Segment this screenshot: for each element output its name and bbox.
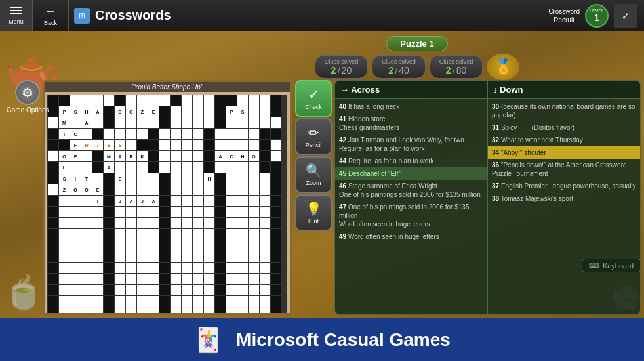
table-row[interactable] — [81, 240, 92, 251]
table-row[interactable] — [171, 196, 181, 206]
table-row[interactable]: E — [70, 151, 81, 161]
table-row[interactable] — [159, 207, 170, 217]
table-row[interactable] — [59, 229, 70, 240]
table-row[interactable] — [159, 162, 170, 173]
table-row[interactable] — [182, 173, 192, 184]
table-row[interactable] — [182, 307, 192, 315]
table-row[interactable] — [70, 196, 81, 206]
table-row[interactable] — [260, 263, 270, 273]
table-row[interactable] — [193, 162, 203, 173]
table-row[interactable] — [137, 95, 148, 106]
table-row[interactable] — [148, 184, 159, 195]
table-row[interactable] — [104, 95, 114, 106]
list-item[interactable]: 47 One of his paintings sold in 2006 for… — [335, 201, 487, 230]
table-row[interactable] — [148, 117, 159, 128]
list-item[interactable]: 36 "Pencils down!" at the American Cross… — [488, 159, 640, 180]
table-row[interactable] — [81, 229, 92, 240]
table-row[interactable] — [204, 229, 214, 240]
table-row[interactable] — [148, 207, 159, 217]
table-row[interactable] — [171, 151, 181, 161]
table-row[interactable]: E — [92, 184, 103, 195]
table-row[interactable] — [104, 129, 114, 139]
table-row[interactable] — [182, 151, 192, 161]
table-row[interactable] — [271, 218, 281, 228]
table-row[interactable] — [215, 196, 226, 206]
table-row[interactable] — [92, 251, 103, 262]
table-row[interactable] — [115, 274, 125, 284]
table-row[interactable] — [148, 162, 159, 173]
table-row[interactable] — [193, 151, 203, 161]
table-row[interactable]: F — [70, 140, 81, 150]
table-row[interactable] — [70, 117, 81, 128]
table-row[interactable] — [226, 240, 237, 251]
table-row[interactable]: S — [237, 106, 248, 117]
table-row[interactable] — [126, 307, 136, 315]
table-row[interactable] — [48, 140, 58, 150]
table-row[interactable] — [204, 162, 214, 173]
table-row[interactable] — [59, 218, 70, 228]
table-row[interactable] — [115, 285, 125, 295]
table-row[interactable] — [48, 106, 58, 117]
table-row[interactable] — [126, 274, 136, 284]
table-row[interactable] — [92, 151, 103, 161]
table-row[interactable] — [182, 162, 192, 173]
table-row[interactable] — [249, 196, 259, 206]
table-row[interactable] — [148, 285, 159, 295]
list-item[interactable]: 44 Require, as for a plan to work — [335, 155, 487, 167]
table-row[interactable] — [226, 274, 237, 284]
table-row[interactable] — [148, 296, 159, 307]
list-item[interactable]: 40 It has a long neck — [335, 100, 487, 113]
table-row[interactable] — [148, 263, 159, 273]
table-row[interactable] — [137, 229, 148, 240]
table-row[interactable]: O — [126, 106, 136, 117]
table-row[interactable] — [271, 184, 281, 195]
table-row[interactable] — [182, 263, 192, 273]
table-row[interactable]: M — [104, 151, 114, 161]
table-row[interactable] — [260, 173, 270, 184]
table-row[interactable] — [48, 173, 58, 184]
table-row[interactable] — [115, 162, 125, 173]
table-row[interactable] — [126, 162, 136, 173]
table-row[interactable]: S — [59, 173, 70, 184]
down-clues-col[interactable]: 30 (because its own national board games… — [488, 99, 640, 314]
table-row[interactable] — [148, 274, 159, 284]
table-row[interactable] — [171, 274, 181, 284]
table-row[interactable] — [260, 95, 270, 106]
table-row[interactable]: R — [81, 140, 92, 150]
table-row[interactable] — [271, 285, 281, 295]
table-row[interactable] — [204, 106, 214, 117]
table-row[interactable] — [271, 296, 281, 307]
table-row[interactable] — [204, 285, 214, 295]
table-row[interactable] — [271, 274, 281, 284]
table-row[interactable] — [215, 274, 226, 284]
expand-button[interactable]: ⤢ — [614, 4, 637, 28]
table-row[interactable] — [59, 251, 70, 262]
table-row[interactable]: L — [59, 162, 70, 173]
table-row[interactable] — [193, 218, 203, 228]
table-row[interactable]: T — [92, 196, 103, 206]
table-row[interactable] — [193, 307, 203, 315]
table-row[interactable] — [237, 296, 248, 307]
table-row[interactable] — [171, 307, 181, 315]
table-row[interactable] — [182, 196, 192, 206]
table-row[interactable] — [137, 240, 148, 251]
table-row[interactable] — [237, 117, 248, 128]
table-row[interactable] — [92, 218, 103, 228]
table-row[interactable] — [171, 117, 181, 128]
table-row[interactable] — [226, 162, 237, 173]
table-row[interactable] — [215, 251, 226, 262]
table-row[interactable] — [159, 240, 170, 251]
table-row[interactable] — [159, 173, 170, 184]
table-row[interactable] — [148, 95, 159, 106]
table-row[interactable] — [104, 263, 114, 273]
table-row[interactable] — [115, 307, 125, 315]
table-row[interactable]: T — [81, 173, 92, 184]
table-row[interactable] — [137, 274, 148, 284]
table-row[interactable] — [193, 207, 203, 217]
table-row[interactable] — [104, 218, 114, 228]
table-row[interactable] — [226, 263, 237, 273]
table-row[interactable] — [226, 196, 237, 206]
table-row[interactable] — [204, 184, 214, 195]
table-row[interactable] — [137, 140, 148, 150]
table-row[interactable] — [215, 129, 226, 139]
